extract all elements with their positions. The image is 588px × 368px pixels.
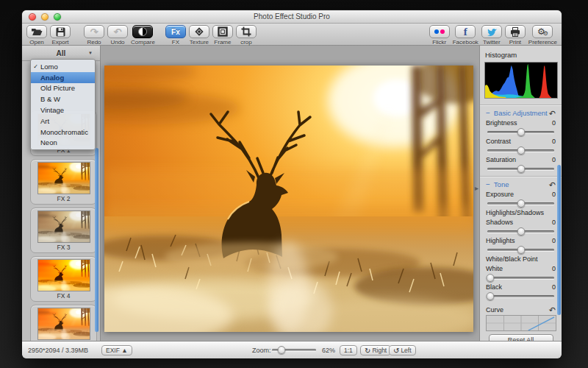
image-canvas[interactable]: ▸ (101, 46, 479, 341)
white-slider-row: White0 (486, 265, 556, 279)
exif-button[interactable]: EXIF ▲ (101, 345, 132, 355)
zoom-window-button[interactable] (54, 13, 61, 21)
menu-item-bw[interactable]: B & W (31, 93, 95, 105)
slider-knob[interactable] (486, 274, 494, 282)
slider-knob[interactable] (517, 246, 525, 254)
slider-knob[interactable] (486, 292, 494, 300)
rotate-right-button[interactable]: ↻ Right (360, 345, 391, 355)
zoom-slider[interactable] (272, 349, 316, 351)
redo-icon: ↷ (90, 27, 98, 37)
actual-size-button[interactable]: 1:1 (340, 345, 357, 355)
reset-curve-icon[interactable]: ↶ (549, 306, 556, 314)
reset-section-icon[interactable]: ↶ (549, 181, 556, 188)
adjustment-sections: − Basic Adjustment ↶ Brightness0 Contras… (480, 105, 562, 331)
contrast-slider-row: Contrast0 (486, 138, 556, 152)
sidebar-scrollbar[interactable] (95, 148, 98, 332)
frame-button[interactable]: Frame (212, 25, 233, 46)
preference-button[interactable]: ⚙⚙ Preference (528, 25, 557, 46)
close-button[interactable] (29, 13, 36, 21)
saturation-slider-row: Saturation0 (486, 156, 556, 170)
panel-scrollbar[interactable] (557, 165, 561, 315)
flickr-icon (429, 25, 450, 38)
slider-knob[interactable] (517, 146, 525, 155)
preset-thumbnail (37, 308, 90, 340)
preset-fx5[interactable]: FX 5 (30, 305, 97, 341)
filters-sidebar: All ▼ FX 1 FX 2 FX 3 FX 4 (22, 46, 101, 341)
export-button[interactable]: Export (50, 25, 71, 46)
slider-value: 0 (552, 283, 556, 291)
flickr-button[interactable]: Flickr (429, 25, 450, 46)
menu-item-vintage[interactable]: Vintage (31, 105, 95, 116)
histogram (484, 62, 558, 99)
white-slider[interactable] (487, 277, 554, 279)
zoom-slider-knob[interactable] (278, 346, 286, 354)
slider-knob[interactable] (517, 199, 525, 208)
texture-icon (194, 26, 204, 37)
slider-knob[interactable] (517, 165, 525, 173)
exposure-slider[interactable] (487, 202, 554, 205)
brightness-slider[interactable] (487, 131, 554, 133)
section-basic-adjustment: − Basic Adjustment ↶ Brightness0 Contras… (480, 105, 562, 176)
curve-editor[interactable] (486, 315, 556, 331)
print-button[interactable]: Print (505, 25, 526, 46)
menu-item-old-picture[interactable]: Old Picture (31, 83, 95, 94)
slider-knob[interactable] (517, 128, 525, 136)
rotate-right-icon: ↻ (365, 347, 370, 355)
preset-thumbnail (37, 259, 90, 291)
preset-fx4[interactable]: FX 4 (30, 256, 97, 302)
shadows-slider-row: Shadows0 (486, 219, 556, 233)
reset-section-icon[interactable]: ↶ (549, 110, 556, 117)
check-icon: ✓ (31, 63, 40, 70)
preset-thumbnail (37, 162, 90, 194)
rotate-left-icon: ↺ (393, 347, 399, 355)
menu-item-neon[interactable]: Neon (31, 138, 95, 149)
texture-button[interactable]: Texture (189, 25, 209, 46)
facebook-icon: f (464, 26, 467, 37)
print-icon (510, 27, 520, 37)
facebook-button[interactable]: f Facebook (453, 25, 478, 46)
twitter-bird-icon (487, 28, 497, 36)
menu-item-monochromatic[interactable]: Monochromatic (31, 127, 95, 138)
menu-item-analog[interactable]: Analog (31, 72, 95, 83)
open-button[interactable]: Open (26, 25, 47, 46)
collapse-icon[interactable]: − (486, 109, 490, 117)
highlights-slider[interactable] (487, 249, 554, 251)
section-tone: − Tone ↶ Exposure0 Highlights/Shadows Sh… (480, 176, 562, 303)
section-header[interactable]: − Basic Adjustment ↶ (486, 109, 556, 117)
contrast-slider[interactable] (487, 149, 554, 152)
export-save-icon (56, 27, 65, 37)
rotate-left-button[interactable]: ↺ Left (389, 345, 416, 355)
window-controls (29, 13, 61, 21)
slider-value: 0 (552, 219, 556, 226)
zoom-value: 62% (322, 347, 335, 354)
reset-all-button[interactable]: Reset All (489, 334, 553, 341)
frame-icon (218, 26, 228, 37)
crop-button[interactable]: crop (236, 25, 257, 46)
collapse-icon[interactable]: − (486, 180, 490, 188)
menu-item-lomo[interactable]: ✓ Lomo (31, 61, 95, 72)
section-header[interactable]: − Tone ↶ (486, 180, 556, 188)
histogram-title: Histogram (485, 51, 562, 59)
slider-value: 0 (552, 265, 556, 272)
saturation-slider[interactable] (487, 168, 554, 170)
status-bar: 2950*2094 / 3.39MB EXIF ▲ Zoom: 62% 1:1 … (22, 341, 562, 358)
preset-fx2[interactable]: FX 2 (30, 159, 97, 205)
compare-button[interactable]: Compare (131, 25, 155, 46)
exposure-slider-row: Exposure0 (486, 191, 556, 205)
twitter-button[interactable]: Twitter (481, 25, 502, 46)
zoom-label: Zoom: (252, 347, 271, 354)
fx-button[interactable]: Fx FX (165, 25, 186, 46)
minimize-button[interactable] (41, 13, 49, 21)
slider-knob[interactable] (517, 227, 525, 236)
panel-toggle-icon[interactable]: ▸ (475, 184, 478, 192)
menu-item-art[interactable]: Art (31, 116, 95, 127)
redo-button[interactable]: ↷ Redo (84, 25, 104, 46)
black-slider[interactable] (487, 295, 554, 297)
preset-thumbnail (37, 210, 90, 243)
undo-button[interactable]: ↶ Undo (107, 25, 128, 46)
app-window: Photo Effect Studio Pro Open Export ↷ Re… (22, 10, 562, 358)
brightness-slider-row: Brightness0 (486, 119, 556, 133)
shadows-slider[interactable] (487, 230, 554, 233)
preset-fx3[interactable]: FX 3 (30, 208, 97, 253)
edited-photo[interactable] (104, 66, 473, 332)
